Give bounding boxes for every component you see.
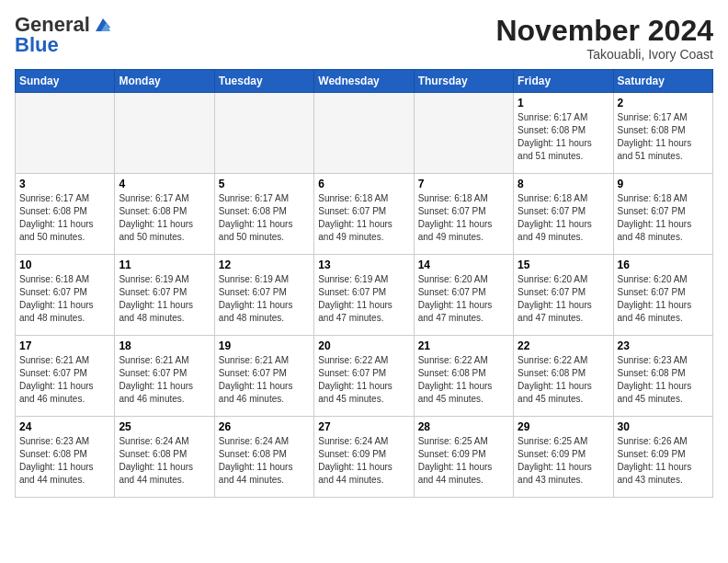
day-number: 9 bbox=[618, 178, 709, 190]
day-info: Sunrise: 6:17 AMSunset: 6:08 PMDaylight:… bbox=[518, 111, 609, 163]
calendar-header-row: SundayMondayTuesdayWednesdayThursdayFrid… bbox=[16, 70, 713, 93]
calendar-day-cell bbox=[115, 93, 214, 174]
calendar-day-cell bbox=[214, 93, 313, 174]
day-number: 22 bbox=[518, 339, 609, 352]
calendar-day-cell: 8Sunrise: 6:18 AMSunset: 6:07 PMDaylight… bbox=[514, 174, 613, 255]
calendar-day-cell: 10Sunrise: 6:18 AMSunset: 6:07 PMDayligh… bbox=[16, 255, 115, 336]
calendar-table: SundayMondayTuesdayWednesdayThursdayFrid… bbox=[15, 69, 713, 498]
day-info: Sunrise: 6:22 AMSunset: 6:08 PMDaylight:… bbox=[518, 354, 609, 406]
calendar-day-cell: 3Sunrise: 6:17 AMSunset: 6:08 PMDaylight… bbox=[16, 174, 115, 255]
day-info: Sunrise: 6:19 AMSunset: 6:07 PMDaylight:… bbox=[219, 273, 310, 325]
calendar-day-cell: 29Sunrise: 6:25 AMSunset: 6:09 PMDayligh… bbox=[514, 417, 613, 498]
day-of-week-header: Friday bbox=[514, 70, 613, 93]
day-info: Sunrise: 6:21 AMSunset: 6:07 PMDaylight:… bbox=[219, 354, 310, 406]
logo-blue: Blue bbox=[15, 33, 59, 56]
day-info: Sunrise: 6:20 AMSunset: 6:07 PMDaylight:… bbox=[618, 273, 709, 325]
day-number: 25 bbox=[119, 420, 210, 433]
day-number: 12 bbox=[219, 259, 310, 271]
day-number: 30 bbox=[618, 420, 709, 433]
day-info: Sunrise: 6:18 AMSunset: 6:07 PMDaylight:… bbox=[318, 192, 409, 244]
day-number: 5 bbox=[219, 178, 310, 190]
day-info: Sunrise: 6:19 AMSunset: 6:07 PMDaylight:… bbox=[318, 273, 409, 325]
day-of-week-header: Monday bbox=[115, 70, 214, 93]
day-number: 16 bbox=[618, 259, 709, 271]
calendar-day-cell: 11Sunrise: 6:19 AMSunset: 6:07 PMDayligh… bbox=[115, 255, 214, 336]
day-of-week-header: Tuesday bbox=[214, 70, 313, 93]
location: Takouabli, Ivory Coast bbox=[495, 47, 713, 62]
day-of-week-header: Saturday bbox=[613, 70, 712, 93]
calendar-day-cell: 9Sunrise: 6:18 AMSunset: 6:07 PMDaylight… bbox=[613, 174, 712, 255]
day-info: Sunrise: 6:17 AMSunset: 6:08 PMDaylight:… bbox=[119, 192, 210, 244]
logo: General Blue bbox=[15, 15, 112, 55]
day-info: Sunrise: 6:26 AMSunset: 6:09 PMDaylight:… bbox=[618, 435, 709, 487]
day-number: 4 bbox=[119, 178, 210, 190]
calendar-day-cell: 17Sunrise: 6:21 AMSunset: 6:07 PMDayligh… bbox=[16, 336, 115, 417]
day-number: 1 bbox=[518, 97, 609, 109]
calendar-day-cell: 18Sunrise: 6:21 AMSunset: 6:07 PMDayligh… bbox=[115, 336, 214, 417]
calendar-day-cell: 12Sunrise: 6:19 AMSunset: 6:07 PMDayligh… bbox=[214, 255, 313, 336]
day-number: 10 bbox=[19, 259, 110, 271]
calendar-day-cell: 28Sunrise: 6:25 AMSunset: 6:09 PMDayligh… bbox=[414, 417, 513, 498]
day-number: 20 bbox=[318, 339, 409, 352]
day-info: Sunrise: 6:22 AMSunset: 6:07 PMDaylight:… bbox=[318, 354, 409, 406]
calendar-day-cell: 21Sunrise: 6:22 AMSunset: 6:08 PMDayligh… bbox=[414, 336, 513, 417]
calendar-day-cell: 22Sunrise: 6:22 AMSunset: 6:08 PMDayligh… bbox=[514, 336, 613, 417]
calendar-day-cell: 30Sunrise: 6:26 AMSunset: 6:09 PMDayligh… bbox=[613, 417, 712, 498]
day-number: 6 bbox=[318, 178, 409, 190]
title-block: November 2024 Takouabli, Ivory Coast bbox=[495, 15, 713, 62]
day-info: Sunrise: 6:24 AMSunset: 6:09 PMDaylight:… bbox=[318, 435, 409, 487]
page-header: General Blue November 2024 Takouabli, Iv… bbox=[15, 15, 713, 62]
day-info: Sunrise: 6:22 AMSunset: 6:08 PMDaylight:… bbox=[418, 354, 509, 406]
day-info: Sunrise: 6:17 AMSunset: 6:08 PMDaylight:… bbox=[19, 192, 110, 244]
calendar-day-cell: 19Sunrise: 6:21 AMSunset: 6:07 PMDayligh… bbox=[214, 336, 313, 417]
day-number: 21 bbox=[418, 339, 509, 352]
day-number: 13 bbox=[318, 259, 409, 271]
day-info: Sunrise: 6:21 AMSunset: 6:07 PMDaylight:… bbox=[19, 354, 110, 406]
day-info: Sunrise: 6:24 AMSunset: 6:08 PMDaylight:… bbox=[119, 435, 210, 487]
calendar-day-cell: 1Sunrise: 6:17 AMSunset: 6:08 PMDaylight… bbox=[514, 93, 613, 174]
day-of-week-header: Thursday bbox=[414, 70, 513, 93]
day-number: 26 bbox=[219, 420, 310, 433]
day-number: 23 bbox=[618, 339, 709, 352]
day-info: Sunrise: 6:21 AMSunset: 6:07 PMDaylight:… bbox=[119, 354, 210, 406]
day-info: Sunrise: 6:17 AMSunset: 6:08 PMDaylight:… bbox=[219, 192, 310, 244]
calendar-week-row: 10Sunrise: 6:18 AMSunset: 6:07 PMDayligh… bbox=[16, 255, 713, 336]
calendar-day-cell: 2Sunrise: 6:17 AMSunset: 6:08 PMDaylight… bbox=[613, 93, 712, 174]
day-number: 24 bbox=[19, 420, 110, 433]
day-number: 3 bbox=[19, 178, 110, 190]
day-of-week-header: Wednesday bbox=[314, 70, 414, 93]
logo-general: General bbox=[15, 15, 90, 35]
day-info: Sunrise: 6:25 AMSunset: 6:09 PMDaylight:… bbox=[518, 435, 609, 487]
day-info: Sunrise: 6:18 AMSunset: 6:07 PMDaylight:… bbox=[518, 192, 609, 244]
day-info: Sunrise: 6:17 AMSunset: 6:08 PMDaylight:… bbox=[618, 111, 709, 163]
day-number: 27 bbox=[318, 420, 409, 433]
calendar-day-cell: 15Sunrise: 6:20 AMSunset: 6:07 PMDayligh… bbox=[514, 255, 613, 336]
calendar-day-cell: 14Sunrise: 6:20 AMSunset: 6:07 PMDayligh… bbox=[414, 255, 513, 336]
day-info: Sunrise: 6:23 AMSunset: 6:08 PMDaylight:… bbox=[618, 354, 709, 406]
day-number: 15 bbox=[518, 259, 609, 271]
day-info: Sunrise: 6:20 AMSunset: 6:07 PMDaylight:… bbox=[518, 273, 609, 325]
calendar-day-cell: 13Sunrise: 6:19 AMSunset: 6:07 PMDayligh… bbox=[314, 255, 414, 336]
day-info: Sunrise: 6:25 AMSunset: 6:09 PMDaylight:… bbox=[418, 435, 509, 487]
day-info: Sunrise: 6:18 AMSunset: 6:07 PMDaylight:… bbox=[618, 192, 709, 244]
calendar-day-cell: 23Sunrise: 6:23 AMSunset: 6:08 PMDayligh… bbox=[613, 336, 712, 417]
day-number: 19 bbox=[219, 339, 310, 352]
logo-icon bbox=[92, 15, 112, 35]
calendar-week-row: 3Sunrise: 6:17 AMSunset: 6:08 PMDaylight… bbox=[16, 174, 713, 255]
day-info: Sunrise: 6:23 AMSunset: 6:08 PMDaylight:… bbox=[19, 435, 110, 487]
day-number: 29 bbox=[518, 420, 609, 433]
calendar-week-row: 1Sunrise: 6:17 AMSunset: 6:08 PMDaylight… bbox=[16, 93, 713, 174]
month-title: November 2024 bbox=[495, 15, 713, 47]
calendar-day-cell: 16Sunrise: 6:20 AMSunset: 6:07 PMDayligh… bbox=[613, 255, 712, 336]
calendar-week-row: 17Sunrise: 6:21 AMSunset: 6:07 PMDayligh… bbox=[16, 336, 713, 417]
calendar-day-cell: 26Sunrise: 6:24 AMSunset: 6:08 PMDayligh… bbox=[214, 417, 313, 498]
calendar-day-cell: 6Sunrise: 6:18 AMSunset: 6:07 PMDaylight… bbox=[314, 174, 414, 255]
calendar-day-cell: 7Sunrise: 6:18 AMSunset: 6:07 PMDaylight… bbox=[414, 174, 513, 255]
calendar-day-cell: 24Sunrise: 6:23 AMSunset: 6:08 PMDayligh… bbox=[16, 417, 115, 498]
day-number: 28 bbox=[418, 420, 509, 433]
calendar-day-cell bbox=[414, 93, 513, 174]
day-info: Sunrise: 6:18 AMSunset: 6:07 PMDaylight:… bbox=[418, 192, 509, 244]
calendar-day-cell: 25Sunrise: 6:24 AMSunset: 6:08 PMDayligh… bbox=[115, 417, 214, 498]
day-info: Sunrise: 6:18 AMSunset: 6:07 PMDaylight:… bbox=[19, 273, 110, 325]
calendar-day-cell bbox=[314, 93, 414, 174]
